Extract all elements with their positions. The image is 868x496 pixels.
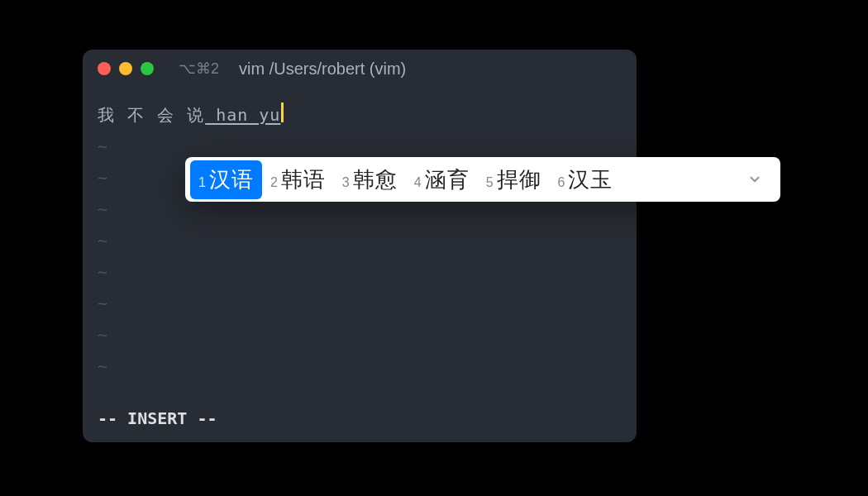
ime-candidate[interactable]: 4涵育 — [406, 160, 478, 199]
editor-line: 我 不 会 说 han yu — [98, 99, 622, 131]
text-cursor — [281, 103, 284, 122]
maximize-button[interactable] — [141, 62, 154, 75]
candidate-text: 韩愈 — [353, 165, 398, 194]
candidate-text: 汉语 — [209, 165, 254, 194]
empty-line-tilde: ~ — [98, 256, 622, 288]
ime-candidate[interactable]: 6汉玉 — [550, 160, 622, 199]
candidate-text: 涵育 — [425, 165, 470, 194]
candidate-number: 2 — [270, 175, 278, 190]
candidate-number: 3 — [342, 175, 350, 190]
empty-line-tilde: ~ — [98, 319, 622, 351]
ime-candidate[interactable]: 3韩愈 — [334, 160, 406, 199]
ime-candidate[interactable]: 5捍御 — [478, 160, 550, 199]
ime-candidate-popup[interactable]: 1汉语2韩语3韩愈4涵育5捍御6汉玉 — [185, 157, 780, 202]
chevron-down-icon[interactable] — [741, 172, 775, 187]
minimize-button[interactable] — [119, 62, 132, 75]
editor-area[interactable]: 我 不 会 说 han yu ~ ~ ~ ~ ~ ~ ~ ~ -- INSERT… — [83, 88, 637, 442]
close-button[interactable] — [98, 62, 111, 75]
titlebar: ⌥⌘2 vim /Users/robert (vim) — [83, 50, 637, 88]
empty-line-tilde: ~ — [98, 225, 622, 256]
empty-line-tilde: ~ — [98, 288, 622, 319]
terminal-window: ⌥⌘2 vim /Users/robert (vim) 我 不 会 说 han … — [83, 50, 637, 442]
candidate-number: 4 — [414, 175, 422, 190]
candidate-text: 韩语 — [281, 165, 326, 194]
shortcut-label: ⌥⌘2 — [179, 60, 219, 78]
traffic-lights — [98, 62, 154, 75]
vim-mode-status: -- INSERT -- — [98, 403, 217, 434]
ime-candidate[interactable]: 1汉语 — [190, 160, 262, 199]
candidate-number: 1 — [198, 175, 206, 190]
candidate-number: 6 — [558, 175, 565, 190]
window-title: vim /Users/robert (vim) — [239, 60, 406, 79]
ime-candidate[interactable]: 2韩语 — [262, 160, 334, 199]
candidate-text: 捍御 — [497, 165, 541, 194]
composing-text: han yu — [205, 99, 280, 131]
candidate-text: 汉玉 — [568, 165, 613, 194]
candidate-number: 5 — [486, 175, 494, 190]
empty-line-tilde: ~ — [98, 351, 622, 382]
typed-text: 我 不 会 说 — [98, 99, 205, 131]
